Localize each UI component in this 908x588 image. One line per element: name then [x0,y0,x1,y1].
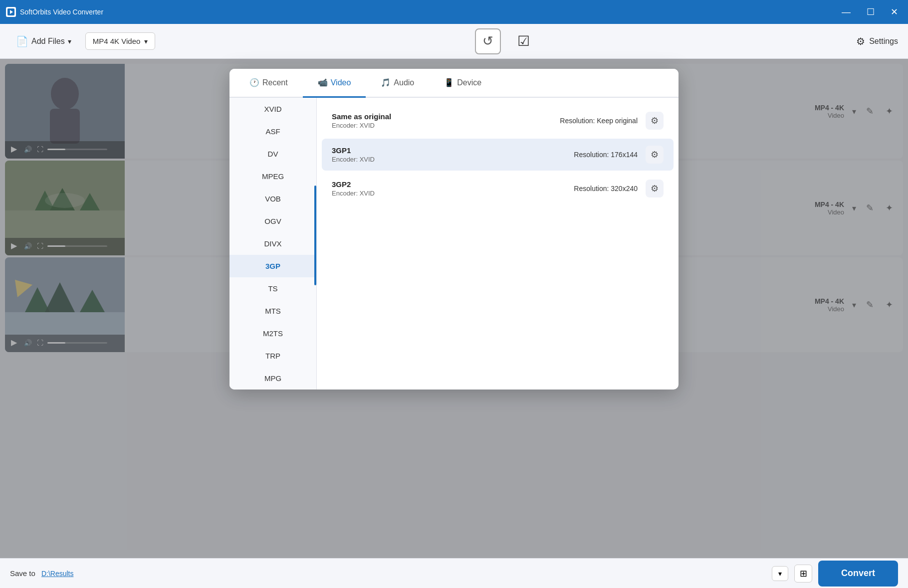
settings-label: Settings [869,37,898,46]
format-item-divx[interactable]: DIVX [229,232,316,255]
tab-device[interactable]: 📱 Device [429,69,496,98]
video-camera-icon: 📹 [318,78,328,87]
preset-info: 3GP1 Encoder: XVID [332,146,574,163]
preset-row-same-as-original[interactable]: Same as original Encoder: XVID Resolutio… [322,105,674,137]
preset-gear-button[interactable]: ⚙ [646,112,664,130]
check-icon: ☑ [517,33,530,49]
refresh-button[interactable]: ↺ [475,28,501,54]
format-item-mpeg[interactable]: MPEG [229,165,316,188]
tab-video-label: Video [331,78,351,87]
gear-icon: ⚙ [651,149,659,160]
main-content: ▶ 🔊 ⛶ MP4 - 4K Video ▾ ✎ ✦ [0,59,908,558]
modal-overlay: 🕐 Recent 📹 Video 🎵 Audio 📱 Device [0,59,908,558]
add-files-chevron: ▾ [68,37,71,45]
modal-tabs: 🕐 Recent 📹 Video 🎵 Audio 📱 Device [229,69,679,98]
close-button[interactable]: ✕ [887,4,902,19]
format-item-ogv[interactable]: OGV [229,210,316,232]
toolbar-center: ↺ ☑ [163,28,848,54]
recent-clock-icon: 🕐 [249,78,259,87]
maximize-button[interactable]: ☐ [863,4,879,19]
convert-button[interactable]: Convert [818,561,898,587]
format-dropdown-label: MP4 4K Video [93,37,141,45]
tab-video[interactable]: 📹 Video [303,69,366,98]
preset-row-3gp1[interactable]: 3GP1 Encoder: XVID Resolution: 176x144 ⚙ [322,139,674,171]
folder-dropdown[interactable]: ▾ [772,566,788,581]
add-files-icon: 📄 [16,35,28,47]
title-bar-controls: — ☐ ✕ [838,4,902,19]
modal-body: XVID ASF DV MPEG VOB OGV DIVX 3GP TS MTS… [229,98,679,390]
format-item-asf[interactable]: ASF [229,120,316,143]
preset-name: 3GP2 [332,180,574,189]
tab-recent[interactable]: 🕐 Recent [234,69,303,98]
check-button[interactable]: ☑ [511,28,537,54]
grid-view-button[interactable]: ⊞ [794,565,812,583]
add-files-button[interactable]: 📄 Add Files ▾ [10,31,77,51]
preset-gear-button[interactable]: ⚙ [646,180,664,197]
preset-resolution: Resolution: 320x240 [574,185,638,193]
gear-icon: ⚙ [651,115,659,126]
preset-encoder: Encoder: XVID [332,156,574,163]
preset-resolution: Resolution: Keep original [560,117,638,125]
preset-name: Same as original [332,112,560,121]
format-item-trp[interactable]: TRP [229,345,316,367]
format-sidebar: XVID ASF DV MPEG VOB OGV DIVX 3GP TS MTS… [229,98,317,390]
format-item-m2ts[interactable]: M2TS [229,322,316,345]
tab-audio-label: Audio [394,78,414,87]
format-dropdown-chevron: ▾ [144,37,148,45]
bottom-right: ▾ ⊞ Convert [772,561,898,587]
format-item-xvid[interactable]: XVID [229,98,316,120]
preset-resolution: Resolution: 176x144 [574,151,638,159]
preset-encoder: Encoder: XVID [332,190,574,197]
title-bar: SoftOrbits Video Converter — ☐ ✕ [0,0,908,24]
refresh-icon: ↺ [482,33,493,49]
save-path[interactable]: D:\Results [41,570,74,578]
scroll-indicator [314,186,316,285]
preset-encoder: Encoder: XVID [332,122,560,129]
preset-gear-button[interactable]: ⚙ [646,146,664,164]
preset-info: Same as original Encoder: XVID [332,112,560,129]
format-item-vob[interactable]: VOB [229,188,316,210]
format-presets-list: Same as original Encoder: XVID Resolutio… [317,98,679,390]
preset-name: 3GP1 [332,146,574,155]
format-item-mts[interactable]: MTS [229,300,316,322]
save-to-label: Save to [10,569,35,578]
main-toolbar: 📄 Add Files ▾ MP4 4K Video ▾ ↺ ☑ ⚙ Setti… [0,24,908,59]
folder-arrow-icon: ▾ [778,570,782,578]
settings-gear-icon: ⚙ [856,35,865,47]
settings-button[interactable]: ⚙ Settings [856,35,898,47]
title-bar-left: SoftOrbits Video Converter [6,7,103,17]
preset-info: 3GP2 Encoder: XVID [332,180,574,197]
preset-row-3gp2[interactable]: 3GP2 Encoder: XVID Resolution: 320x240 ⚙ [322,173,674,204]
format-dropdown[interactable]: MP4 4K Video ▾ [85,32,156,50]
app-title: SoftOrbits Video Converter [20,8,103,16]
format-item-mpg[interactable]: MPG [229,367,316,390]
tab-device-label: Device [457,78,481,87]
format-selection-modal: 🕐 Recent 📹 Video 🎵 Audio 📱 Device [229,69,679,390]
device-phone-icon: 📱 [444,78,454,87]
minimize-button[interactable]: — [838,4,855,19]
audio-music-icon: 🎵 [381,78,391,87]
add-files-label: Add Files [31,37,65,46]
tab-recent-label: Recent [262,78,288,87]
format-item-ts[interactable]: TS [229,277,316,300]
format-item-dv[interactable]: DV [229,143,316,165]
tab-audio[interactable]: 🎵 Audio [366,69,429,98]
grid-icon: ⊞ [800,568,807,579]
gear-icon: ⚙ [651,183,659,194]
app-icon [6,7,16,17]
bottom-bar: Save to D:\Results ▾ ⊞ Convert [0,558,908,588]
format-item-3gp[interactable]: 3GP [229,255,316,277]
